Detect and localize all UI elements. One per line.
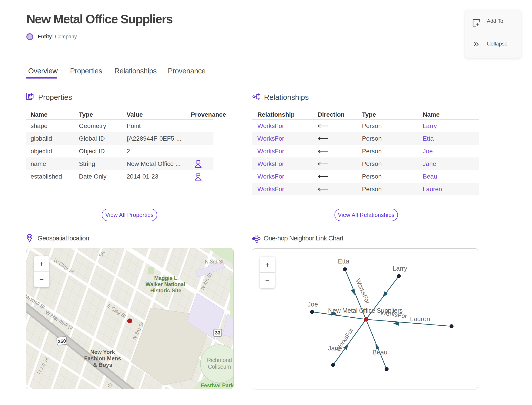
svg-text:Fashion Mens: Fashion Mens [84,355,121,362]
svg-text:Festival Park: Festival Park [201,382,234,388]
svg-text:Etta: Etta [338,258,349,265]
svg-text:33: 33 [215,330,220,336]
svg-text:Richmond: Richmond [207,357,232,363]
svg-text:Larry: Larry [392,265,407,272]
svg-text:New York: New York [90,349,115,355]
svg-text:N 3rd St: N 3rd St [205,259,224,265]
svg-text:Coliseum: Coliseum [208,364,231,370]
svg-text:Historic Site: Historic Site [150,287,181,293]
svg-text:250: 250 [58,338,66,344]
svg-text:WorksFor: WorksFor [354,278,371,305]
svg-text:WorksFor: WorksFor [380,309,407,320]
svg-text:Joe: Joe [308,301,318,308]
svg-text:Lauren: Lauren [410,315,430,323]
svg-text:Walker National: Walker National [146,281,185,287]
svg-text:& Boys: & Boys [93,362,112,368]
svg-text:Maggie L.: Maggie L. [154,275,179,281]
svg-text:Beau: Beau [372,349,387,356]
